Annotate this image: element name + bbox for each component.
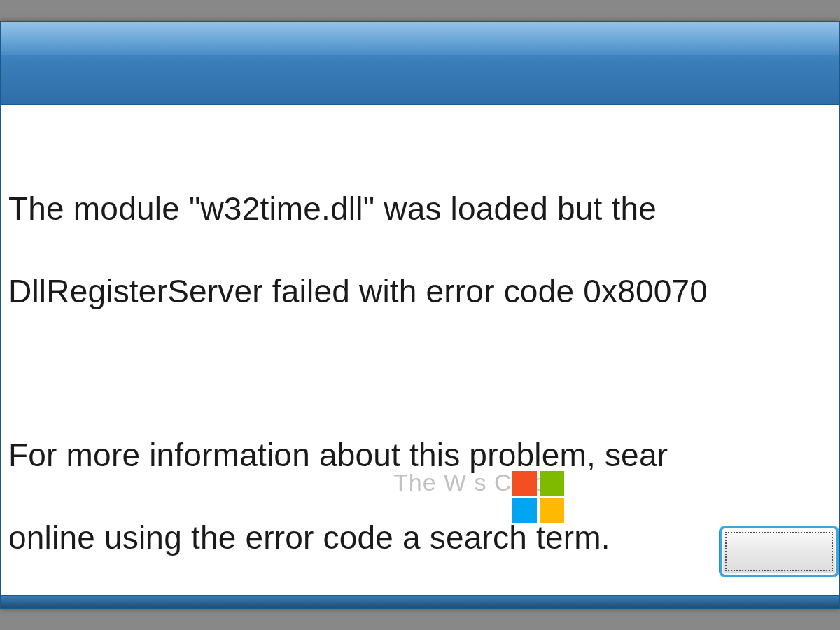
error-message-line3: For more information about this problem,… (8, 435, 832, 476)
logo-square-red (512, 471, 537, 496)
dialog-body: The module "w32time.dll" was loaded but … (1, 105, 839, 601)
error-message-line2: DllRegisterServer failed with error code… (8, 271, 832, 312)
logo-square-green (540, 471, 564, 496)
message-spacer (8, 353, 832, 393)
logo-square-yellow (540, 498, 564, 523)
error-dialog: The module "w32time.dll" was loaded but … (0, 21, 840, 609)
dialog-titlebar[interactable] (1, 22, 839, 105)
microsoft-logo-icon (512, 471, 564, 523)
dialog-bottom-frame (1, 595, 839, 608)
dialog-button-row (699, 526, 839, 581)
ok-button[interactable] (720, 526, 839, 577)
logo-square-blue (512, 498, 537, 523)
error-message-line1: The module "w32time.dll" was loaded but … (8, 188, 832, 230)
